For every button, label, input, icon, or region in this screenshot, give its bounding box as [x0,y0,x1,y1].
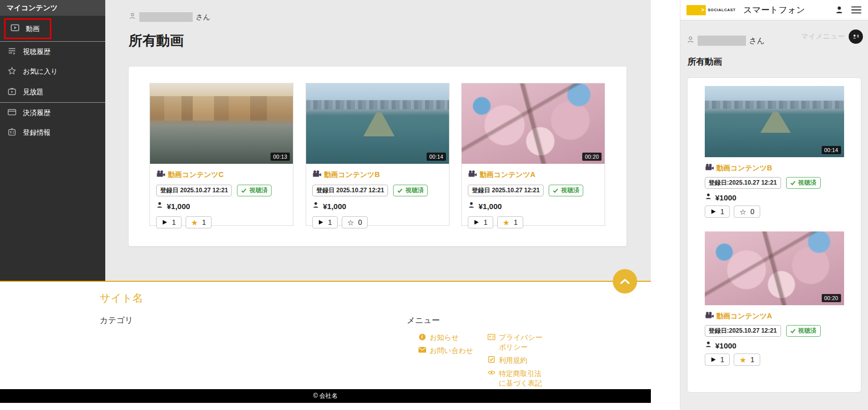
video-thumbnail-cherry-blossoms[interactable]: 00:20 [462,83,605,164]
footer-link-commercial-disclosure[interactable]: 特定商取引法に基づく表記 [487,369,543,388]
sidebar-item-history[interactable]: 視聴履歴 [0,41,105,62]
video-title[interactable]: 動画コンテンツB [324,170,380,180]
sidebar-item-subscription[interactable]: 見放題 [0,82,105,102]
video-card-body: 動画コンテンツC 登録日 2025.10.27 12:21 視聴済 ¥1,000 [150,164,293,228]
sidebar-item-label: お気に入り [23,67,57,76]
mail-icon [418,346,426,354]
sidebar-item-videos[interactable]: 動画 [0,16,105,41]
video-title-link[interactable]: 動画コンテンツA [468,170,598,180]
phone-user-greeting: さん [686,36,765,46]
user-icon[interactable] [835,6,844,14]
count-row: 1 ★ 1 [705,354,844,366]
sidebar-item-favorites[interactable]: お気に入り [0,62,105,82]
star-count-badge[interactable]: ★ 1 [734,354,760,366]
credit-card-icon [8,108,16,118]
person-solid-icon [705,341,712,350]
video-title-link[interactable]: 動画コンテンツC [156,170,287,180]
video-cards-panel: 00:13 動画コンテンツC 登録日 2025.10.27 12:21 視聴済 [129,67,626,246]
info-icon: i [418,333,426,341]
privacy-card-icon [487,333,495,341]
video-title-link[interactable]: 動画コンテンツB [705,163,844,173]
sidebar-item-registration[interactable]: 登録情報 [0,123,105,143]
page-title: 所有動画 [129,32,184,50]
star-count-badge[interactable]: ★ 1 [497,216,523,228]
star-icon: ★ [739,356,746,364]
play-icon [473,219,480,225]
copyright-bar: © 会社名 [0,389,651,403]
count-row: 1 ★ 1 [468,216,598,228]
video-title-link[interactable]: 動画コンテンツA [705,311,844,321]
movie-camera-icon [468,170,477,180]
star-count-badge[interactable]: ☆ 0 [734,206,760,218]
video-title[interactable]: 動画コンテンツA [716,312,772,321]
sidebar-item-label: 決済履歴 [23,108,50,118]
star-count-badge[interactable]: ☆ 0 [342,216,368,228]
active-item-highlight-box[interactable]: 動画 [4,18,51,39]
price-value: ¥1,000 [323,202,346,211]
person-outline-icon [686,36,695,46]
video-thumbnail-cherry-blossoms[interactable]: 00:20 [705,231,844,305]
video-title-link[interactable]: 動画コンテンツB [312,170,443,180]
page: マイコンテンツ 動画 視聴履歴 お気に入り 見放題 決済履歴 登録情報 [0,0,868,410]
check-icon [397,188,403,193]
person-outline-icon [129,12,136,22]
phone-video-card: 00:20 動画コンテンツA 登録日:2025.10.27 12:21 視聴済 … [705,231,844,366]
smartphone-preview-panel: > SOCIALCAST スマートフォン さん マイメニュー 所有動画 [680,0,868,410]
my-menu-label[interactable]: マイメニュー [801,32,845,41]
check-icon [241,188,247,193]
user-name-suffix: さん [749,36,765,46]
registered-date-badge: 登録日 2025.10.27 12:21 [156,185,232,196]
movie-camera-icon [156,170,165,180]
hamburger-menu-icon[interactable] [851,6,862,14]
scroll-to-top-button[interactable] [613,269,637,294]
video-card: 00:13 動画コンテンツC 登録日 2025.10.27 12:21 視聴済 [149,83,293,226]
my-menu-badge-icon[interactable] [849,30,863,44]
footer-link-contact[interactable]: お問い合わせ [418,346,473,356]
video-thumbnail-statue-of-liberty[interactable]: 00:14 [705,86,844,157]
price-value: ¥1000 [715,193,737,202]
star-outline-icon [8,67,16,77]
check-icon [553,188,558,193]
footer-link-terms[interactable]: 利用規約 [487,356,543,365]
phone-page-title: 所有動画 [687,56,722,68]
redacted-user-name [698,36,746,46]
id-card-icon [8,128,16,138]
all-you-can-watch-icon [8,87,16,97]
star-count-badge[interactable]: ★ 1 [186,216,212,228]
movie-camera-icon [705,311,714,321]
star-icon: ★ [503,219,510,226]
video-title[interactable]: 動画コンテンツC [168,170,224,180]
video-title[interactable]: 動画コンテンツA [480,170,535,180]
site-footer: サイト名 カテゴリ メニュー i お知らせ お問い合わせ プライバシーポリシー … [0,281,651,410]
sidebar: マイコンテンツ 動画 視聴履歴 お気に入り 見放題 決済履歴 登録情報 [0,0,105,281]
watched-badge: 視聴済 [786,325,821,337]
sidebar-header: マイコンテンツ [0,0,105,16]
footer-site-name[interactable]: サイト名 [100,291,143,305]
watched-badge: 視聴済 [237,185,272,196]
phone-video-cards-panel: 00:14 動画コンテンツB 登録日:2025.10.27 12:21 視聴済 … [687,77,861,393]
phone-my-menu: マイメニュー [801,30,863,44]
video-card-body: 動画コンテンツA 登録日 2025.10.27 12:21 視聴済 ¥1,000 [462,164,605,228]
video-title[interactable]: 動画コンテンツB [716,164,772,173]
video-thumbnail-venice-canal[interactable]: 00:13 [150,83,293,164]
footer-link-privacy-policy[interactable]: プライバシーポリシー [487,333,543,352]
user-name-suffix: さん [196,13,211,22]
person-solid-icon [312,201,319,211]
movie-camera-icon [705,163,714,173]
count-row: 1 ☆ 0 [312,216,443,228]
footer-link-news[interactable]: i お知らせ [418,333,473,342]
socialcast-logo[interactable]: > SOCIALCAST [686,5,736,15]
price-row: ¥1,000 [312,201,443,211]
sidebar-item-payments[interactable]: 決済履歴 [0,102,105,123]
video-thumbnail-statue-of-liberty[interactable]: 00:14 [306,83,449,164]
price-row: ¥1000 [705,193,844,202]
play-count-badge: 1 [312,216,338,228]
footer-links-right: プライバシーポリシー 利用規約 特定商取引法に基づく表記 [487,333,543,388]
watched-badge: 視聴済 [393,185,428,196]
history-list-icon [8,47,16,57]
play-icon [710,209,716,215]
person-solid-icon [156,201,163,211]
chevron-up-icon [620,278,630,284]
disclosure-eye-icon [487,369,495,377]
phone-user-row: さん マイメニュー [686,30,863,46]
